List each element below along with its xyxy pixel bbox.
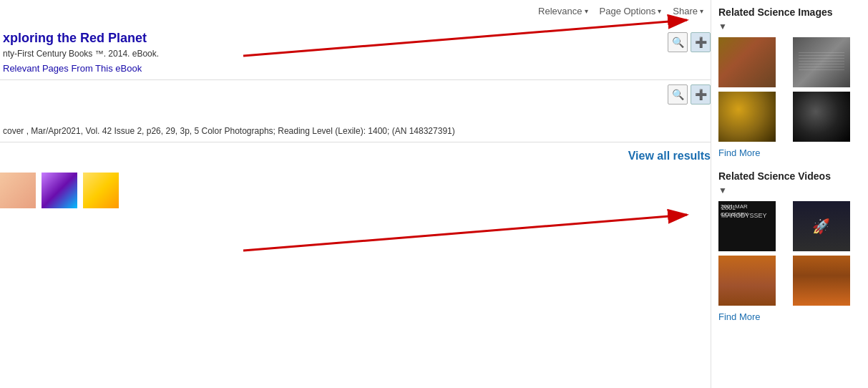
result-title-1: xploring the Red Planet [3,31,653,46]
result-meta-1: nty-First Century Books ™. 2014. eBook. [3,49,653,59]
thumb-purple [42,173,77,208]
result-link-1[interactable]: Relevant Pages From This eBook [3,63,142,74]
find-more-videos[interactable]: Find More [718,311,862,322]
sidebar-images-section: Related Science Images ▼ Find More [718,6,862,158]
share-button[interactable]: Share ▾ [673,6,703,16]
sidebar-videos-title: Related Science Videos [718,170,862,183]
sidebar-image-3[interactable] [718,92,776,142]
share-label: Share [673,6,698,16]
sidebar-image-2[interactable] [793,37,850,87]
toolbar: Relevance ▾ Page Options ▾ Share ▾ [0,0,711,22]
sidebar: Related Science Images ▼ Find More Relat… [711,0,868,388]
result-item-2: 🔍 ➕ cover , Mar/Apr2021, Vol. 42 Issue 2… [0,83,711,142]
result-item-1: xploring the Red Planet nty-First Centur… [0,22,711,80]
result-2-icons: 🔍 ➕ [668,84,711,105]
find-more-images[interactable]: Find More [718,147,862,158]
page-options-label: Page Options [600,6,656,16]
sidebar-videos-section: Related Science Videos ▼ 2001 MAR ODYSSE… [718,170,862,322]
sidebar-images-caret[interactable]: ▼ [718,21,862,31]
preview-icon-1[interactable]: 🔍 [668,32,688,52]
relevance-button[interactable]: Relevance ▾ [538,6,587,16]
sidebar-video-1[interactable]: 2001 MAR ODYSSEY [718,201,776,251]
preview-icon-2[interactable]: 🔍 [668,84,688,105]
relevance-caret: ▾ [585,7,588,15]
sidebar-videos-caret[interactable]: ▼ [718,185,862,195]
page-options-caret: ▾ [658,7,661,15]
share-caret: ▾ [700,7,703,15]
result-detail-2: cover , Mar/Apr2021, Vol. 42 Issue 2, p2… [3,126,653,136]
sidebar-images-title: Related Science Images [718,6,862,19]
add-icon-2[interactable]: ➕ [691,84,711,105]
add-icon-1[interactable]: ➕ [691,32,711,52]
thumb-yellow [83,173,119,208]
thumb-person [0,173,36,208]
sidebar-images-grid [718,37,862,142]
relevance-label: Relevance [538,6,582,16]
sidebar-videos-grid: 2001 MAR ODYSSEY 🚀 [718,201,862,306]
sidebar-video-4[interactable] [793,256,850,306]
sidebar-video-2[interactable]: 🚀 [793,201,850,251]
sidebar-image-4[interactable] [793,92,850,142]
sidebar-image-1[interactable] [718,37,776,87]
sidebar-video-3[interactable] [718,256,776,306]
svg-line-3 [243,215,687,251]
result-1-icons: 🔍 ➕ [668,32,711,52]
bottom-thumbnails [0,170,711,208]
view-all-container: View all results [0,142,711,170]
page-options-button[interactable]: Page Options ▾ [600,6,662,16]
arrow-to-videos [243,208,701,265]
view-all-link[interactable]: View all results [628,150,711,162]
